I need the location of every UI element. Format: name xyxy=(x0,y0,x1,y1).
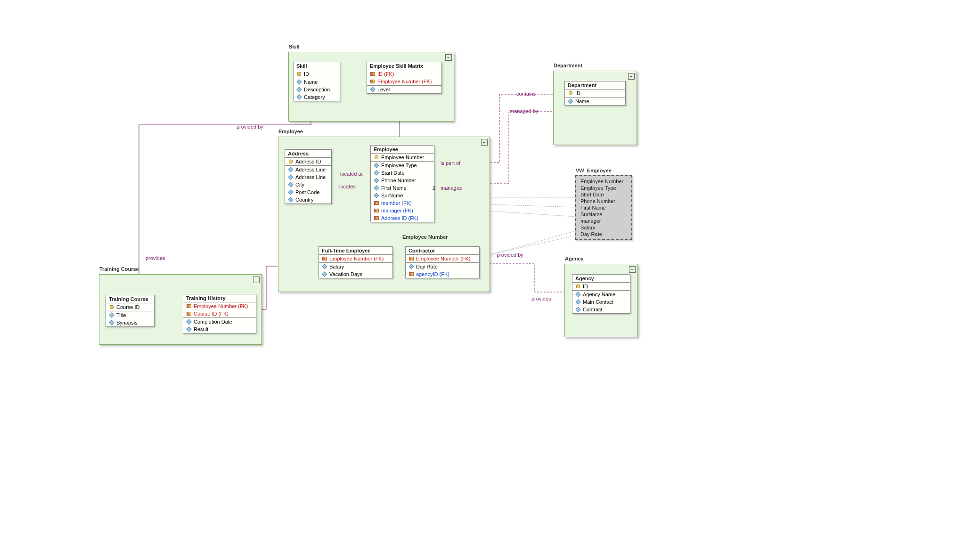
attr-row: ID xyxy=(294,70,340,78)
attr-row: Title xyxy=(106,311,154,319)
attr-label: Phone Number xyxy=(381,178,416,183)
attr-row: Employee Type xyxy=(580,185,628,191)
attr-label: Employee Number (FK) xyxy=(329,256,384,261)
diamond-icon xyxy=(322,271,327,277)
attr-label: manager xyxy=(580,218,601,224)
attr-row: Employee Number (FK) xyxy=(183,302,256,310)
rel-provides: provides xyxy=(146,255,165,261)
entity-department[interactable]: Department ID Name xyxy=(564,81,626,106)
diamond-icon xyxy=(186,319,192,325)
entity-employee-skill-matrix[interactable]: Employee Skill Matrix ID (FK) Employee N… xyxy=(367,62,442,94)
attr-label: manager (FK) xyxy=(381,208,413,213)
attr-label: Address ID xyxy=(295,159,321,164)
attr-row: Vacation Days xyxy=(319,270,392,278)
entity-skill[interactable]: Skill ID Name Description Category xyxy=(293,62,340,101)
attr-row: Synopsis xyxy=(106,319,154,326)
diamond-icon xyxy=(322,264,327,269)
attr-row: Phone Number xyxy=(371,177,434,184)
attr-row: Employee Number (FK) xyxy=(367,78,441,85)
attr-label: Name xyxy=(304,79,318,85)
attr-label: Synopsis xyxy=(116,320,138,325)
attr-row: Start Date xyxy=(371,169,434,177)
attr-label: Salary xyxy=(580,225,595,230)
rel-located-at: located at xyxy=(340,171,363,177)
attr-row: Employee Number (FK) xyxy=(406,255,479,262)
attr-row: Name xyxy=(294,78,340,86)
attr-row: Employee Number xyxy=(580,178,628,185)
attr-label: Employee Type xyxy=(381,163,417,168)
rel-provides-2: provides xyxy=(531,296,551,301)
fk-icon xyxy=(186,303,192,309)
entity-training-history[interactable]: Training History Employee Number (FK) Co… xyxy=(183,294,256,333)
diamond-icon xyxy=(575,299,581,305)
attr-label: Category xyxy=(304,94,325,100)
entity-skill-title: Skill xyxy=(294,62,340,70)
key-icon xyxy=(288,159,294,164)
attr-row: Course ID (FK) xyxy=(183,310,256,317)
attr-label: Agency Name xyxy=(583,292,615,297)
entity-esm-title: Employee Skill Matrix xyxy=(367,62,441,70)
collapse-icon[interactable]: − xyxy=(481,139,488,146)
attr-row: First Name xyxy=(371,184,434,192)
entity-training-course[interactable]: Training Course Course ID Title Synopsis xyxy=(106,295,155,327)
attr-label: Title xyxy=(116,312,126,318)
diamond-icon xyxy=(296,87,302,92)
attr-row: Employee Type xyxy=(371,162,434,169)
key-icon xyxy=(575,284,581,289)
collapse-icon[interactable]: − xyxy=(628,73,635,80)
rel-locates: locates xyxy=(339,184,356,189)
attr-row: Day Rate xyxy=(406,263,479,270)
attr-row: SurName xyxy=(371,192,434,199)
diamond-icon xyxy=(109,320,114,325)
entity-full-time-employee[interactable]: Full-Time Employee Employee Number (FK) … xyxy=(318,246,393,278)
entity-history-title: Training History xyxy=(183,294,256,302)
attr-row: Contract xyxy=(572,306,630,313)
package-training-label: Training Course xyxy=(99,266,139,272)
attr-label: Name xyxy=(575,98,589,104)
fk-icon xyxy=(186,311,192,317)
entity-address[interactable]: Address Address ID Address Line Address … xyxy=(285,149,332,204)
diamond-icon xyxy=(296,94,302,100)
attr-row: Address Line xyxy=(285,173,331,181)
diamond-icon xyxy=(186,326,192,332)
collapse-icon[interactable]: − xyxy=(253,276,260,283)
attr-label: Start Date xyxy=(381,170,405,176)
attr-row: Level xyxy=(367,86,441,93)
fk-icon xyxy=(370,79,376,84)
attr-row: Phone Number xyxy=(580,198,628,204)
fk-icon xyxy=(374,215,379,221)
view-vw-employee[interactable]: VW_Employee Employee Number Employee Typ… xyxy=(575,175,632,240)
attr-label: ID xyxy=(575,90,580,96)
attr-row: Name xyxy=(565,98,625,105)
entity-agency[interactable]: Agency ID Agency Name Main Contact Contr… xyxy=(572,274,630,314)
svg-line-16 xyxy=(480,236,576,257)
attr-label: Course ID (FK) xyxy=(194,311,229,317)
entity-employee-title: Employee xyxy=(371,146,434,154)
attr-label: City xyxy=(295,182,304,187)
attr-row: Start Date xyxy=(580,191,628,198)
diamond-icon xyxy=(374,185,379,191)
attr-label: First Name xyxy=(381,185,407,191)
collapse-icon[interactable]: − xyxy=(629,266,636,273)
attr-label: Address Line xyxy=(295,174,326,180)
entity-employee[interactable]: Employee Employee Number Employee Type S… xyxy=(370,145,434,222)
rel-is-part-of: is part of xyxy=(441,160,460,166)
package-employee-label: Employee xyxy=(278,129,303,134)
diamond-icon xyxy=(374,193,379,198)
attr-label: Salary xyxy=(329,264,344,269)
attr-label: Employee Number (FK) xyxy=(194,303,248,309)
attr-label: Vacation Days xyxy=(329,271,362,277)
attr-row: manager xyxy=(580,218,628,224)
attr-label: Employee Number (FK) xyxy=(416,256,471,261)
view-title: VW_Employee xyxy=(576,168,612,173)
collapse-icon[interactable]: − xyxy=(445,54,452,61)
attr-label: agencyID (FK) xyxy=(416,271,449,277)
diamond-icon xyxy=(374,178,379,183)
entity-contractor-title: Contractor xyxy=(406,247,479,255)
attr-row: Address ID xyxy=(285,158,331,165)
attr-row: Main Contact xyxy=(572,298,630,306)
entity-contractor[interactable]: Contractor Employee Number (FK) Day Rate… xyxy=(405,246,480,278)
attr-row: Country xyxy=(285,196,331,203)
diamond-icon xyxy=(288,197,294,203)
entity-course-title: Training Course xyxy=(106,295,154,303)
